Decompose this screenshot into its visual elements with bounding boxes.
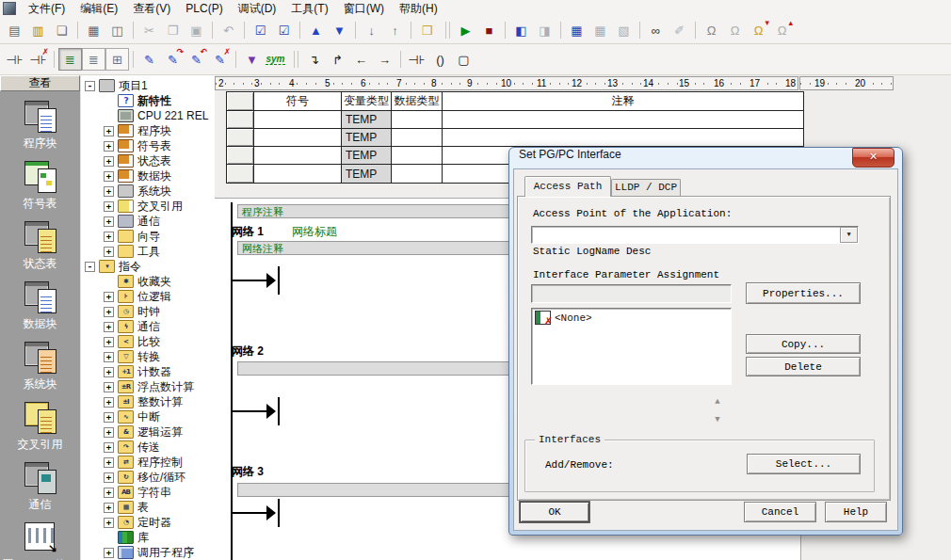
tree-expander[interactable]: - bbox=[85, 81, 95, 91]
line-left-icon[interactable]: ← bbox=[349, 48, 373, 71]
row-header-cell[interactable] bbox=[227, 165, 254, 183]
data-type-cell[interactable] bbox=[392, 147, 443, 165]
pause-program-status-icon[interactable]: ◨ bbox=[533, 19, 556, 41]
tree-item[interactable]: 库 bbox=[81, 530, 216, 545]
tree-expander[interactable]: + bbox=[104, 247, 114, 257]
tree-item[interactable]: - 项目1 bbox=[81, 78, 216, 93]
undo-tool-icon[interactable]: ✎ ↶ bbox=[185, 48, 208, 71]
tree-expander[interactable]: + bbox=[104, 307, 114, 317]
network-1-rung-arrow[interactable] bbox=[231, 266, 289, 295]
tree-item[interactable]: + ±I 整数计算 bbox=[81, 394, 216, 409]
tree-item[interactable]: + AB 字符串 bbox=[81, 485, 216, 500]
sort-ascending-icon[interactable]: ↓ bbox=[360, 19, 383, 41]
tree-item[interactable]: + & 逻辑运算 bbox=[81, 424, 216, 440]
view-symbol-editor-icon[interactable]: ≣ bbox=[82, 48, 105, 71]
network-3-rung-arrow[interactable] bbox=[231, 499, 289, 527]
comment-cell[interactable] bbox=[443, 111, 803, 129]
coil-icon[interactable]: () bbox=[428, 48, 452, 71]
data-type-cell[interactable] bbox=[392, 129, 443, 147]
tab-access-path[interactable]: Access Path bbox=[524, 176, 611, 197]
menu-item[interactable]: 文件(F) bbox=[21, 2, 73, 15]
sym-icon[interactable]: sym bbox=[264, 48, 287, 71]
tree-item[interactable]: + ↷ 传送 bbox=[81, 440, 216, 455]
sort-descending-icon[interactable]: ↑ bbox=[383, 19, 407, 41]
program-status-icon[interactable]: ◧ bbox=[509, 19, 533, 41]
status-chart-icon[interactable]: ↘ 状态表 bbox=[0, 220, 80, 280]
data-block-icon[interactable]: ↘ 数据块 bbox=[0, 280, 80, 341]
var-type-cell[interactable]: TEMP bbox=[342, 165, 392, 183]
access-point-combobox[interactable]: ▼ bbox=[531, 226, 859, 244]
tree-expander[interactable]: + bbox=[104, 457, 114, 468]
scroll-down-icon[interactable]: ▼ bbox=[709, 412, 726, 427]
view-table-editor-icon[interactable]: ⊞ bbox=[105, 48, 129, 71]
tree-expander[interactable]: + bbox=[104, 201, 114, 212]
tree-item[interactable]: + 符号表 bbox=[81, 138, 216, 153]
tree-item[interactable]: + ◷ 时钟 bbox=[81, 304, 216, 319]
cancel-button[interactable]: Cancel bbox=[744, 502, 816, 522]
system-block-icon[interactable]: ↘ 系统块 bbox=[0, 341, 80, 401]
row-header-cell[interactable] bbox=[227, 129, 254, 147]
line-right-icon[interactable]: → bbox=[373, 48, 396, 71]
tree-item[interactable]: + 系统块 bbox=[81, 184, 216, 199]
tree-item[interactable]: + +1 计数器 bbox=[81, 364, 216, 379]
tree-item[interactable]: + 交叉引用 bbox=[81, 199, 216, 214]
tree-item[interactable]: + ▦ 表 bbox=[81, 500, 216, 515]
network-1-label[interactable]: 网络 1 bbox=[232, 224, 264, 240]
tree-item[interactable]: + ◔ 定时器 bbox=[81, 515, 216, 530]
data-type-cell[interactable] bbox=[392, 111, 443, 129]
insert-network-icon[interactable]: ⊣⊦ bbox=[3, 48, 26, 71]
tree-item[interactable]: - ▾ 指令 bbox=[81, 259, 216, 274]
tree-item[interactable]: + < 比较 bbox=[81, 334, 216, 349]
set-pg-pc-interface-icon[interactable]: ↘ 置 PG/PC 接口 bbox=[0, 521, 80, 560]
tree-item[interactable]: + 工具 bbox=[81, 244, 216, 259]
symbol-cell[interactable] bbox=[254, 129, 342, 147]
program-block-icon[interactable]: ↘ 程序块 bbox=[0, 100, 80, 160]
tree-expander[interactable]: + bbox=[104, 292, 114, 302]
menu-item[interactable]: 帮助(H) bbox=[392, 2, 445, 15]
network-1-title[interactable]: 网络标题 bbox=[292, 224, 337, 240]
tree-expander[interactable]: + bbox=[104, 337, 114, 347]
menu-item[interactable]: PLC(P) bbox=[178, 2, 230, 15]
menu-item[interactable]: 工具(T) bbox=[283, 2, 335, 15]
row-header-cell[interactable] bbox=[227, 111, 254, 129]
tree-expander[interactable]: + bbox=[104, 442, 114, 453]
properties-button[interactable]: Properties... bbox=[746, 282, 861, 304]
tree-expander[interactable]: + bbox=[104, 156, 114, 167]
close-icon[interactable]: ✕ bbox=[852, 148, 895, 168]
ok-button[interactable]: OK bbox=[520, 502, 589, 522]
run-icon[interactable]: ▶ bbox=[454, 19, 477, 41]
line-up-icon[interactable]: ↱ bbox=[326, 48, 349, 71]
contact-icon[interactable]: ⊣⊦ bbox=[405, 48, 428, 71]
tree-item[interactable]: ? 新特性 bbox=[81, 93, 216, 108]
paste-icon[interactable]: ▣ bbox=[185, 19, 208, 41]
undo-icon[interactable]: ↶ bbox=[217, 19, 240, 41]
tree-expander[interactable]: + bbox=[104, 171, 114, 182]
row-header-cell[interactable] bbox=[227, 147, 254, 165]
tree-item[interactable]: + 程序块 bbox=[81, 123, 216, 138]
tree-item[interactable]: + ⇄ 程序控制 bbox=[81, 455, 216, 470]
box-icon[interactable]: ▢ bbox=[452, 48, 476, 71]
download-icon[interactable]: ▼ bbox=[328, 19, 351, 41]
read-force-icon[interactable]: Ω ▴ bbox=[770, 19, 794, 41]
tree-item[interactable]: + 通信 bbox=[81, 214, 216, 229]
network-2-label[interactable]: 网络 2 bbox=[232, 344, 264, 360]
tree-expander[interactable]: + bbox=[104, 141, 114, 152]
tree-expander[interactable]: + bbox=[104, 412, 114, 423]
tree-expander[interactable]: + bbox=[104, 186, 114, 197]
tab-lldp-dcp[interactable]: LLDP / DCP bbox=[611, 179, 681, 197]
tree-item[interactable]: + ϟ 通信 bbox=[81, 319, 216, 334]
force-all-icon[interactable]: Ω ▾ bbox=[747, 19, 770, 41]
tree-item[interactable]: + ⊦ 位逻辑 bbox=[81, 289, 216, 304]
chevron-down-icon[interactable]: ▼ bbox=[840, 227, 858, 243]
symbol-filter-icon[interactable]: ▼ bbox=[240, 48, 264, 71]
cross-reference-icon[interactable]: ↘ 交叉引用 bbox=[0, 401, 80, 461]
menu-item[interactable]: 调试(D) bbox=[231, 2, 284, 15]
interface-listbox[interactable]: ✗ <None> bbox=[531, 308, 732, 385]
unforce-icon[interactable]: Ω bbox=[723, 19, 747, 41]
chart-status-icon[interactable]: ▦ bbox=[565, 19, 588, 41]
tree-expander[interactable]: + bbox=[104, 427, 114, 438]
scroll-up-icon[interactable]: ▲ bbox=[709, 394, 726, 409]
pause-chart-icon[interactable]: ▦ bbox=[588, 19, 612, 41]
tree-item[interactable]: + ∿ 中断 bbox=[81, 409, 216, 424]
var-type-cell[interactable]: TEMP bbox=[342, 111, 392, 129]
